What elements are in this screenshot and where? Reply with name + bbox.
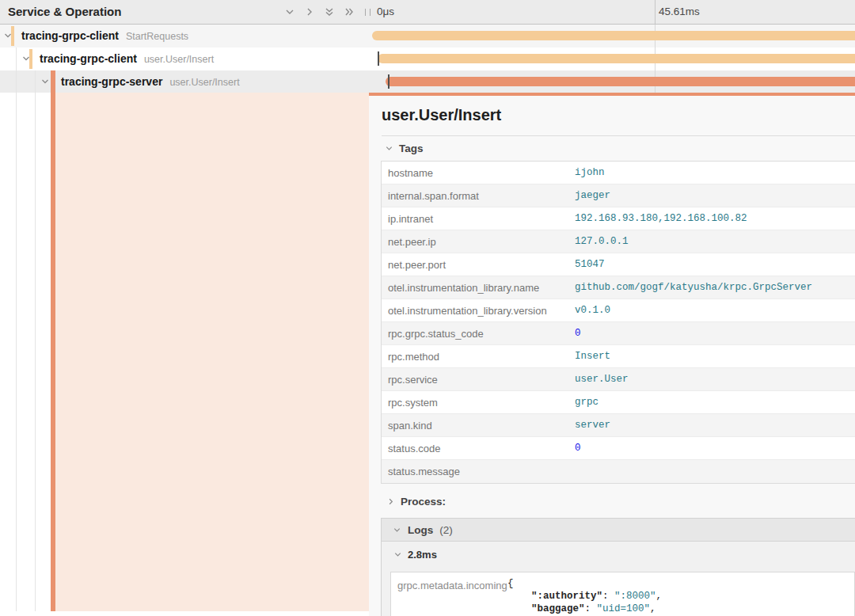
logs-section-label: Logs bbox=[408, 524, 433, 536]
service-name: tracing-grpc-clientStartRequests bbox=[21, 25, 188, 48]
tag-key: hostname bbox=[382, 167, 575, 179]
log-field-row: grpc.metadata.incoming { ":authority": "… bbox=[390, 572, 855, 616]
indent-guide bbox=[16, 48, 17, 70]
tag-value: user.User bbox=[575, 374, 629, 385]
tag-row: net.peer.ip127.0.0.1 bbox=[382, 230, 855, 253]
tag-row: rpc.grpc.status_code0 bbox=[382, 322, 855, 345]
operation-name: user.User/Insert bbox=[144, 54, 214, 65]
log-timestamp: 2.8ms bbox=[408, 549, 437, 561]
selected-span-left-column bbox=[0, 93, 369, 611]
ruler-tick-1: 45.61ms bbox=[659, 0, 700, 24]
tags-section-header[interactable]: Tags bbox=[385, 143, 424, 154]
operation-name: user.User/Insert bbox=[169, 77, 239, 88]
chevron-right-icon bbox=[386, 497, 395, 506]
tag-row: status.message bbox=[382, 460, 855, 483]
service-name: tracing-grpc-serveruser.User/Insert bbox=[61, 70, 240, 93]
expand-one-button[interactable] bbox=[283, 6, 296, 18]
tag-row: rpc.serviceuser.User bbox=[382, 368, 855, 391]
tag-key: ip.intranet bbox=[382, 213, 575, 225]
indent-guide bbox=[35, 70, 36, 93]
tag-key: status.code bbox=[382, 443, 575, 454]
service-name: tracing-grpc-clientuser.User/Insert bbox=[40, 48, 214, 71]
tag-key: otel.instrumentation_library.version bbox=[382, 305, 575, 317]
tag-row: net.peer.port51047 bbox=[382, 253, 855, 276]
timeline-header: Service & Operation 0μs 45.61ms bbox=[0, 0, 855, 25]
collapse-all-button[interactable] bbox=[343, 6, 355, 18]
divider bbox=[382, 135, 855, 136]
panel-resize-handle[interactable] bbox=[365, 9, 370, 16]
tag-key: rpc.service bbox=[382, 374, 575, 386]
collapse-one-button[interactable] bbox=[303, 6, 316, 18]
tag-key: rpc.grpc.status_code bbox=[382, 328, 575, 340]
tags-section-label: Tags bbox=[399, 143, 424, 154]
tags-table: hostnameijohninternal.span.formatjaegeri… bbox=[381, 161, 855, 484]
span-bar[interactable] bbox=[386, 77, 855, 86]
tag-value: Insert bbox=[575, 351, 610, 362]
tag-value: 0 bbox=[575, 443, 581, 454]
tag-row: ip.intranet192.168.93.180,192.168.100.82 bbox=[382, 207, 855, 230]
chevron-down-icon bbox=[284, 6, 295, 17]
tag-row: otel.instrumentation_library.namegithub.… bbox=[382, 276, 855, 299]
trace-view: Service & Operation 0μs 45.61ms tracing-… bbox=[0, 0, 855, 616]
log-json: { ":authority": ":8000", "baggage": "uid… bbox=[507, 577, 662, 615]
tag-key: rpc.system bbox=[382, 397, 575, 409]
span-start-tick bbox=[378, 51, 379, 66]
tag-row: rpc.systemgrpc bbox=[382, 391, 855, 414]
process-section-header[interactable]: Process: bbox=[386, 496, 446, 508]
tag-key: internal.span.format bbox=[382, 190, 575, 202]
ruler-tick-0: 0μs bbox=[377, 0, 394, 24]
tag-key: status.message bbox=[382, 466, 575, 477]
indent-guide bbox=[16, 93, 17, 611]
tag-row: span.kindserver bbox=[382, 414, 855, 437]
tag-value: server bbox=[575, 420, 610, 431]
tag-key: net.peer.ip bbox=[382, 236, 575, 248]
tag-value: 0 bbox=[575, 328, 581, 339]
logs-count: (2) bbox=[439, 524, 453, 536]
span-bar[interactable] bbox=[372, 31, 855, 40]
logs-section-header[interactable]: Logs (2) bbox=[382, 519, 855, 542]
collapse-controls bbox=[283, 0, 355, 24]
chevron-down-icon[interactable] bbox=[40, 77, 50, 86]
chevron-down-icon bbox=[393, 526, 401, 534]
tag-value: github.com/gogf/katyusha/krpc.GrpcServer bbox=[575, 282, 812, 293]
tag-value: ijohn bbox=[575, 167, 605, 178]
tag-key: rpc.method bbox=[382, 351, 575, 363]
tag-value: v0.1.0 bbox=[575, 305, 610, 316]
tag-row: otel.instrumentation_library.versionv0.1… bbox=[382, 299, 855, 322]
double-chevron-down-icon bbox=[324, 6, 335, 17]
logs-section: Logs (2) 2.8ms grpc.metadata.incoming { … bbox=[381, 518, 855, 616]
tag-row: internal.span.formatjaeger bbox=[382, 184, 855, 207]
selected-span-tint bbox=[55, 93, 369, 611]
expand-all-button[interactable] bbox=[323, 6, 336, 18]
double-chevron-right-icon bbox=[344, 6, 355, 17]
chevron-down-icon bbox=[385, 144, 393, 153]
span-color-bar bbox=[29, 49, 32, 69]
span-bar[interactable] bbox=[378, 54, 855, 63]
tag-value: 192.168.93.180,192.168.100.82 bbox=[575, 213, 747, 224]
tag-key: span.kind bbox=[382, 420, 575, 432]
operation-name: StartRequests bbox=[126, 31, 188, 42]
tag-row: rpc.methodInsert bbox=[382, 345, 855, 368]
tag-value: 51047 bbox=[575, 259, 605, 270]
tag-value: jaeger bbox=[575, 190, 610, 201]
span-detail-panel: user.User/Insert Tags hostnameijohninter… bbox=[369, 96, 855, 616]
tag-row: status.code0 bbox=[382, 437, 855, 460]
service-operation-title: Service & Operation bbox=[8, 0, 121, 24]
log-entry-header[interactable]: 2.8ms bbox=[393, 549, 855, 561]
tag-key: net.peer.port bbox=[382, 259, 575, 271]
log-field-key: grpc.metadata.incoming bbox=[397, 580, 507, 591]
span-start-tick bbox=[388, 74, 390, 89]
tag-key: otel.instrumentation_library.name bbox=[382, 282, 575, 294]
span-color-bar bbox=[11, 26, 14, 46]
tag-row: hostnameijohn bbox=[382, 162, 855, 184]
process-section-label: Process: bbox=[401, 496, 446, 508]
span-detail-title: user.User/Insert bbox=[382, 106, 501, 124]
ruler-tick-line bbox=[655, 0, 656, 24]
chevron-right-icon bbox=[304, 6, 315, 17]
chevron-down-icon bbox=[393, 550, 402, 559]
tag-value: 127.0.0.1 bbox=[575, 236, 629, 247]
indent-guide bbox=[16, 70, 17, 93]
indent-guide bbox=[35, 93, 36, 611]
span-color-bar bbox=[51, 70, 55, 93]
tag-value: grpc bbox=[575, 397, 598, 408]
